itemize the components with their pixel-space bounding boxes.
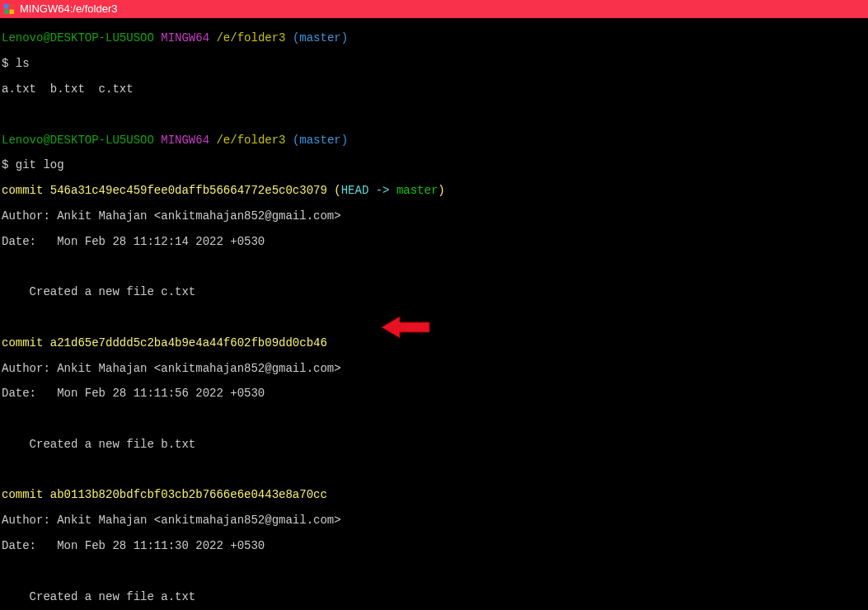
prompt-shell: MINGW64 [161, 31, 209, 45]
prompt-shell: MINGW64 [161, 134, 209, 147]
prompt-line: Lenovo@DESKTOP-LU5USOO MINGW64 /e/folder… [2, 134, 866, 147]
prompt-branch: (master) [293, 134, 348, 147]
prompt-userhost: Lenovo@DESKTOP-LU5USOO [2, 134, 154, 147]
command-line: $ git log [2, 159, 866, 171]
commit-line: commit a21d65e7dddd5c2ba4b9e4a44f602fb09… [2, 337, 866, 350]
blank-line [2, 464, 866, 476]
prompt-path: /e/folder3 [216, 134, 285, 147]
commit-message: Created a new file c.txt [2, 286, 866, 298]
blank-line [2, 565, 866, 578]
ls-output: a.txt b.txt c.txt [2, 83, 866, 96]
commit-hash: 546a31c49ec459fee0daffb56664772e5c0c3079 [50, 184, 327, 197]
commit-message: Created a new file b.txt [2, 439, 866, 451]
commit-date: Date: Mon Feb 28 11:11:56 2022 +0530 [2, 387, 866, 400]
prompt-userhost: Lenovo@DESKTOP-LU5USOO [2, 31, 154, 45]
blank-line [2, 109, 866, 121]
commit-date: Date: Mon Feb 28 11:11:30 2022 +0530 [2, 540, 866, 552]
commit-date: Date: Mon Feb 28 11:12:14 2022 +0530 [2, 236, 866, 248]
terminal-output[interactable]: Lenovo@DESKTOP-LU5USOO MINGW64 /e/folder… [0, 18, 868, 610]
prompt-branch: (master) [293, 31, 348, 45]
command-line: $ ls [2, 58, 866, 70]
paren: ( [327, 184, 341, 197]
svg-rect-2 [4, 10, 9, 15]
commit-label: commit [2, 336, 50, 350]
commit-hash: a21d65e7dddd5c2ba4b9e4a44f602fb09dd0cb46 [50, 336, 327, 350]
prompt-path: /e/folder3 [216, 31, 285, 45]
commit-hash: ab0113b820bdfcbf03cb2b7666e6e0443e8a70cc [50, 488, 327, 501]
svg-rect-1 [10, 4, 15, 9]
commit-message: Created a new file a.txt [2, 591, 866, 603]
commit-author: Author: Ankit Mahajan <ankitmahajan852@g… [2, 363, 866, 375]
svg-rect-3 [10, 10, 15, 15]
commit-line: commit 546a31c49ec459fee0daffb56664772e5… [2, 185, 866, 197]
window-titlebar: MINGW64:/e/folder3 [0, 0, 868, 18]
head-pointer: HEAD -> [341, 184, 396, 197]
commit-line: commit ab0113b820bdfcbf03cb2b7666e6e0443… [2, 489, 866, 501]
blank-line [2, 312, 866, 324]
commit-author: Author: Ankit Mahajan <ankitmahajan852@g… [2, 514, 866, 527]
svg-rect-0 [4, 4, 9, 9]
blank-line [2, 260, 866, 273]
commit-author: Author: Ankit Mahajan <ankitmahajan852@g… [2, 210, 866, 223]
app-icon [3, 3, 15, 15]
commit-label: commit [2, 488, 50, 501]
commit-label: commit [2, 184, 50, 197]
window-title: MINGW64:/e/folder3 [20, 3, 118, 15]
branch-name: master [396, 184, 438, 197]
prompt-line: Lenovo@DESKTOP-LU5USOO MINGW64 /e/folder… [2, 32, 866, 45]
blank-line [2, 413, 866, 425]
paren: ) [438, 184, 444, 197]
